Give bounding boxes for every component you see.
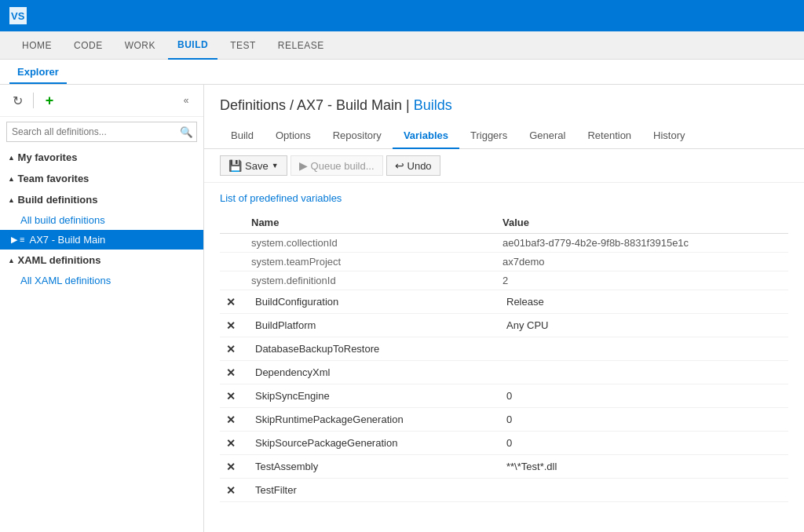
tab-options[interactable]: Options: [265, 123, 322, 149]
all-build-definitions-item[interactable]: All build definitions: [0, 210, 203, 230]
value-cell[interactable]: [496, 479, 788, 502]
tab-triggers[interactable]: Triggers: [459, 123, 518, 149]
delete-cell[interactable]: ✕: [220, 361, 245, 384]
tab-repository[interactable]: Repository: [322, 123, 393, 149]
delete-cell: [220, 271, 245, 290]
section-team-favorites[interactable]: ▲ Team favorites: [0, 168, 203, 189]
search-box: 🔍: [6, 122, 197, 142]
table-row: ✕: [220, 455, 788, 479]
value-input[interactable]: [502, 388, 782, 404]
undo-button[interactable]: ↩ Undo: [386, 155, 440, 176]
queue-build-button[interactable]: ▶ Queue build...: [291, 155, 383, 176]
tab-build[interactable]: Build: [220, 123, 265, 149]
tab-history[interactable]: History: [642, 123, 696, 149]
value-input[interactable]: [502, 458, 782, 475]
selected-build-label: AX7 - Build Main: [29, 234, 105, 246]
tab-general[interactable]: General: [518, 123, 576, 149]
value-cell[interactable]: [496, 361, 788, 384]
nav-test[interactable]: TEST: [221, 31, 265, 60]
explorer-tab-bar: Explorer: [0, 60, 804, 85]
section-xaml-definitions[interactable]: ▲ XAML definitions: [0, 250, 203, 271]
value-cell[interactable]: [496, 290, 788, 314]
value-cell[interactable]: [496, 455, 788, 479]
value-cell[interactable]: [496, 384, 788, 408]
section-my-favorites[interactable]: ▲ My favorites: [0, 147, 203, 168]
delete-button[interactable]: ✕: [226, 319, 236, 332]
svg-text:VS: VS: [11, 10, 25, 22]
name-input[interactable]: [251, 435, 490, 451]
name-input[interactable]: [251, 341, 490, 357]
nav-code[interactable]: CODE: [64, 31, 112, 60]
tab-explorer[interactable]: Explorer: [9, 61, 67, 84]
table-row: ✕: [220, 432, 788, 455]
table-row: ✕: [220, 479, 788, 502]
delete-button[interactable]: ✕: [226, 296, 236, 308]
name-input[interactable]: [251, 458, 490, 475]
delete-button[interactable]: ✕: [226, 366, 236, 379]
name-input[interactable]: [251, 482, 490, 498]
breadcrumb-link[interactable]: Builds: [414, 97, 452, 113]
delete-cell[interactable]: ✕: [220, 290, 245, 314]
selected-build-item[interactable]: ▶ ≡ AX7 - Build Main: [0, 230, 203, 250]
name-input[interactable]: [251, 364, 490, 381]
save-button[interactable]: 💾 Save ▼: [220, 155, 287, 176]
delete-cell[interactable]: ✕: [220, 408, 245, 432]
tab-retention[interactable]: Retention: [576, 123, 642, 149]
delete-button[interactable]: ✕: [226, 461, 236, 473]
delete-cell[interactable]: ✕: [220, 432, 245, 455]
name-input[interactable]: [251, 317, 490, 333]
table-row: ✕: [220, 337, 788, 361]
predefined-variables-link[interactable]: List of predefined variables: [220, 192, 342, 204]
vs-logo: VS: [9, 7, 27, 24]
collapse-sidebar-button[interactable]: «: [177, 91, 196, 110]
delete-button[interactable]: ✕: [226, 437, 236, 450]
delete-button[interactable]: ✕: [226, 484, 236, 497]
name-cell: [245, 384, 496, 408]
save-label: Save: [245, 160, 269, 172]
search-input[interactable]: [7, 126, 176, 137]
delete-cell[interactable]: ✕: [220, 314, 245, 337]
name-input[interactable]: [251, 411, 490, 428]
search-button[interactable]: 🔍: [176, 122, 196, 142]
value-cell[interactable]: [496, 432, 788, 455]
variables-table: Name Value system.collectionIdae01baf3-d…: [220, 212, 788, 502]
value-input[interactable]: [502, 482, 782, 498]
value-input[interactable]: [502, 411, 782, 428]
variables-section: List of predefined variables Name Value …: [204, 183, 804, 512]
value-input[interactable]: [502, 293, 782, 310]
nav-release[interactable]: RELEASE: [269, 31, 334, 60]
sidebar-toolbar: ↻ + «: [0, 85, 203, 117]
value-cell[interactable]: [496, 314, 788, 337]
value-cell: 2: [496, 271, 788, 290]
refresh-button[interactable]: ↻: [8, 91, 27, 110]
name-cell: [245, 314, 496, 337]
delete-cell[interactable]: ✕: [220, 455, 245, 479]
all-xaml-definitions-item[interactable]: All XAML definitions: [0, 271, 203, 290]
delete-button[interactable]: ✕: [226, 414, 236, 426]
value-input[interactable]: [502, 341, 782, 357]
value-input[interactable]: [502, 364, 782, 381]
delete-cell[interactable]: ✕: [220, 479, 245, 502]
value-cell[interactable]: [496, 337, 788, 361]
delete-button[interactable]: ✕: [226, 390, 236, 403]
value-cell[interactable]: [496, 408, 788, 432]
name-cell: [245, 361, 496, 384]
content-header: Definitions / AX7 - Build Main | Builds: [204, 85, 804, 114]
nav-work[interactable]: WORK: [115, 31, 165, 60]
name-input[interactable]: [251, 293, 490, 310]
section-build-definitions[interactable]: ▲ Build definitions: [0, 189, 203, 210]
value-input[interactable]: [502, 317, 782, 333]
delete-cell[interactable]: ✕: [220, 337, 245, 361]
delete-button[interactable]: ✕: [226, 343, 236, 355]
nav-build[interactable]: BUILD: [168, 31, 217, 60]
name-input[interactable]: [251, 388, 490, 404]
table-row: ✕: [220, 361, 788, 384]
sidebar: ↻ + « 🔍 ▲ My favorites ▲ Team favorites …: [0, 85, 204, 532]
nav-home[interactable]: HOME: [13, 31, 61, 60]
tab-variables[interactable]: Variables: [393, 123, 459, 149]
add-button[interactable]: +: [40, 91, 59, 110]
value-input[interactable]: [502, 435, 782, 451]
delete-cell[interactable]: ✕: [220, 384, 245, 408]
name-cell: [245, 337, 496, 361]
tabs-bar: Build Options Repository Variables Trigg…: [204, 123, 804, 149]
